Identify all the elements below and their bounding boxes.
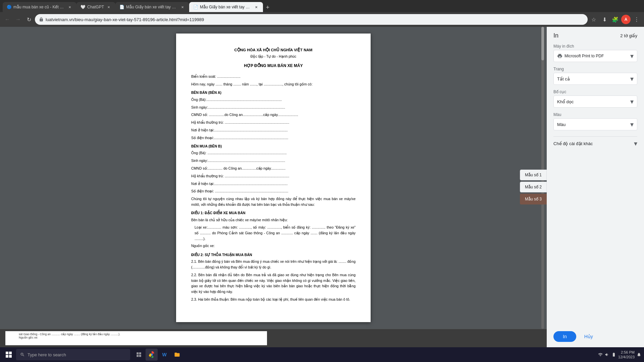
tab-1-favicon: 🔵 [7, 5, 11, 9]
battery-icon [611, 352, 616, 357]
tab-3-close[interactable]: ✕ [180, 4, 185, 10]
bookmark-button[interactable]: ☆ [589, 15, 598, 24]
main-area: CỘNG HÒA XÃ HỘI CHỦ NGHĨA VIỆT NAM Độc l… [0, 27, 644, 347]
clock[interactable]: 2:56 PM 12/4/2023 [618, 350, 635, 360]
tab-1[interactable]: 🔵 mẫu mua bán xe cũ - Kết quả t... ✕ [3, 2, 76, 12]
scrollbar-thumb[interactable] [541, 27, 544, 60]
layout-label: Bố cục [553, 89, 637, 94]
tab-3-favicon: 📄 [119, 5, 124, 9]
lock-icon [39, 17, 44, 22]
taskbar-apps: W [133, 349, 183, 361]
tab-4-title: Mẫu Giấy bán xe viết tay chuẩn... [200, 5, 252, 9]
pages-option: Trang Tất cả ▾ [553, 67, 637, 85]
taskbar-search-placeholder: Type here to search [28, 352, 66, 357]
dieu2-title: ĐIỀU 2: SỰ THỎA THUẬN MUA BÁN [191, 252, 356, 258]
tab-2-favicon: 🤍 [80, 5, 85, 9]
sample-btn-3[interactable]: Mẫu số 3 [520, 194, 547, 204]
print-title: In [553, 32, 558, 39]
layout-option: Bố cục Khổ dọc ▾ [553, 89, 637, 108]
printer-select[interactable]: Microsoft Print to PDF ▾ [553, 50, 637, 62]
pages-chevron-icon: ▾ [630, 75, 634, 83]
sample-btn-1[interactable]: Mẫu số 1 [520, 170, 547, 180]
taskbar-search-bar[interactable]: Type here to search [16, 349, 130, 360]
back-button[interactable]: ← [3, 15, 12, 24]
loai-xe: Loại xe:.............. màu sơn: ........… [195, 225, 356, 241]
tab-2-close[interactable]: ✕ [106, 4, 111, 10]
noi-a: Nơi ở hiện tại:.........................… [191, 127, 356, 133]
reload-button[interactable]: ↻ [24, 15, 34, 24]
nav-bar: ← → ↻ luatvietnam.vn/bieu-mau/giay-ban-x… [0, 12, 644, 27]
sample-btn-2[interactable]: Mẫu số 2 [520, 182, 547, 192]
download-button[interactable]: ⬇ [600, 15, 609, 24]
print-actions: In Hủy [553, 331, 637, 342]
doc-republic: CỘNG HÒA XÃ HỘI CHỦ NGHĨA VIỆT NAM [191, 47, 356, 53]
printer-option: Máy in đích Microsoft Print to PDF ▾ [553, 44, 637, 62]
address-bar[interactable]: luatvietnam.vn/bieu-mau/giay-ban-xe-viet… [35, 14, 588, 25]
taskbar-icon-files[interactable] [171, 349, 183, 361]
cancel-button[interactable]: Hủy [579, 331, 598, 342]
ho-khau-b: Hộ khẩu thường trú: ....................… [191, 173, 356, 179]
dien-thoai-a: Số điện thoại:..........................… [191, 135, 356, 141]
print-pages-count: 2 tờ giấy [620, 33, 637, 38]
print-panel: In 2 tờ giấy Máy in đích Microsoft Print… [547, 27, 644, 347]
tab-bar: 🔵 mẫu mua bán xe cũ - Kết quả t... ✕ 🤍 C… [0, 0, 644, 12]
layout-value: Khổ dọc [557, 99, 574, 104]
chrome-icon [148, 351, 155, 358]
sinh-ngay-a: Sinh ngày:..............................… [191, 105, 356, 110]
pages-label: Trang [553, 67, 637, 71]
second-page-preview: sát Giao thông - Công an ........... cấp… [5, 331, 267, 345]
print-header: In 2 tờ giấy [553, 32, 637, 39]
tab-2-title: ChatGPT [87, 5, 104, 9]
printer-label: Máy in đích [553, 44, 637, 49]
pages-select[interactable]: Tất cả ▾ [553, 73, 637, 85]
pages-value: Tất cả [557, 76, 570, 81]
color-label: Màu [553, 112, 637, 117]
layout-select[interactable]: Khổ dọc ▾ [553, 96, 637, 108]
doc-main-title: HỢP ĐỒNG MUA BÁN XE MÁY [191, 63, 356, 69]
color-select[interactable]: Màu ▾ [553, 118, 637, 130]
taskbar: Type here to search W 2:56 PM 12/4/2023 [0, 347, 644, 362]
doc-motto: Độc lập - Tự do - Hạnh phúc [191, 54, 356, 59]
taskbar-search-icon [20, 352, 25, 357]
tab-1-title: mẫu mua bán xe cũ - Kết quả t... [13, 5, 65, 9]
taskbar-icon-task-view[interactable] [133, 349, 145, 361]
clock-time: 2:56 PM [621, 350, 635, 355]
menu-button[interactable]: ⋮ [632, 15, 641, 24]
intro-text: Chúng tôi tự nguyện cùng nhau lập và ký … [191, 196, 356, 207]
dieu1-title: ĐIỀU 1: ĐẶC ĐIỂM XE MUA BÁN [191, 210, 356, 216]
sinh-ngay-b: Sinh ngày:..............................… [191, 158, 356, 164]
sound-icon [605, 352, 609, 357]
profile-button[interactable]: A [621, 15, 631, 24]
folder-icon [174, 352, 180, 358]
tab-4[interactable]: 📄 Mẫu Giấy bán xe viết tay chuẩn... ✕ [189, 2, 263, 12]
tab-1-close[interactable]: ✕ [67, 4, 72, 10]
ben-mua-header: BÊN MUA (BÊN B) [191, 143, 356, 149]
hom-nay: Hôm nay, ngày ....... tháng ........ năm… [191, 81, 356, 87]
advanced-settings[interactable]: Chế độ cài đặt khác ▾ [553, 136, 637, 150]
second-page-strip: sát Giao thông - Công an ........... cấp… [0, 329, 547, 347]
document-page: CỘNG HÒA XÃ HỘI CHỦ NGHĨA VIỆT NAM Độc l… [176, 34, 371, 322]
advanced-chevron-icon: ▾ [634, 139, 637, 147]
system-tray: 2:56 PM 12/4/2023 [598, 350, 641, 360]
dien-thoai-b: Số điện thoại: .........................… [191, 188, 356, 194]
word-icon: W [162, 352, 166, 357]
layout-chevron-icon: ▾ [630, 98, 634, 106]
tab-4-close[interactable]: ✕ [254, 4, 259, 10]
tab-3[interactable]: 📄 Mẫu Giấy bán xe viết tay chuẩn... ✕ [115, 2, 189, 12]
start-button[interactable] [3, 349, 15, 361]
new-tab-button[interactable]: + [263, 3, 272, 12]
dieu2-1: 2.1. Bên bán đồng ý bán và Bên mua đồng … [191, 259, 356, 270]
taskbar-icon-chrome[interactable] [146, 349, 158, 361]
extensions-button[interactable]: 🧩 [610, 15, 620, 24]
cmnd-b: CMND số:............... do Công an......… [191, 166, 356, 171]
tab-2[interactable]: 🤍 ChatGPT ✕ [76, 2, 115, 12]
print-button[interactable]: In [553, 331, 576, 342]
dieu1-text: Bên bán là chủ sở hữu của chiếc xe máy/x… [191, 217, 356, 223]
bien-kiem-soat: Biển kiểm soát: ........................ [191, 74, 356, 79]
taskbar-icon-word[interactable]: W [158, 349, 170, 361]
printer-value: Microsoft Print to PDF [565, 54, 604, 58]
forward-button[interactable]: → [13, 15, 23, 24]
color-value: Màu [557, 122, 566, 127]
dieu2-3: 2.3. Hai bên thỏa thuận: Bên mua nộp toà… [191, 297, 356, 302]
ho-khau-a: Hộ khẩu thường trú: ....................… [191, 120, 356, 125]
